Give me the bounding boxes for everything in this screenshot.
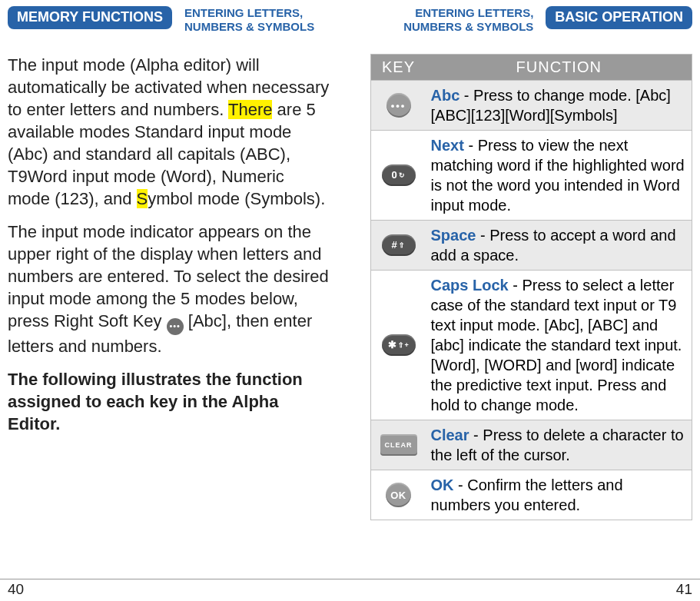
keycap-icon: ••• xyxy=(386,93,411,118)
function-cell: OK - Confirm the letters and numbers you… xyxy=(426,470,692,520)
function-cell: Next - Press to view the next matching w… xyxy=(426,131,692,220)
function-text: - Press to view the next matching word i… xyxy=(431,137,685,214)
keycap-sup-icon: ↻ xyxy=(399,172,406,178)
right-header: ENTERING LETTERS, NUMBERS & SYMBOLS BASI… xyxy=(370,6,693,43)
table-row: OKOK - Confirm the letters and numbers y… xyxy=(371,470,692,520)
key-cell: #⇧ xyxy=(371,221,426,270)
paragraph-3-bold: The following illustrates the function a… xyxy=(8,368,330,435)
table-header: KEY FUNCTION xyxy=(371,55,692,80)
function-cell: Caps Lock - Press to select a letter cas… xyxy=(426,271,692,420)
right-breadcrumb: ENTERING LETTERS, NUMBERS & SYMBOLS xyxy=(403,6,533,34)
col-header-key: KEY xyxy=(371,55,426,80)
keycap-icon: ✱⇧+ xyxy=(382,334,416,356)
function-text: - Press to delete a charac­ter to the le… xyxy=(431,427,684,463)
page-number-left: 40 xyxy=(0,581,24,598)
function-keyword: Next xyxy=(431,137,464,154)
function-keyword: Caps Lock xyxy=(431,277,509,294)
right-column: ENTERING LETTERS, NUMBERS & SYMBOLS BASI… xyxy=(350,0,701,601)
function-keyword: OK xyxy=(431,476,454,493)
function-keyword: Space xyxy=(431,227,476,244)
keycap-icon: 0↻ xyxy=(382,164,416,186)
keycap-icon: OK xyxy=(386,483,411,507)
table-row: 0↻Next - Press to view the next matching… xyxy=(371,130,692,220)
left-section-pill: MEMORY FUNCTIONS xyxy=(8,6,172,29)
key-cell: ✱⇧+ xyxy=(371,271,426,420)
key-function-table: KEY FUNCTION •••Abc - Press to change mo… xyxy=(370,54,693,520)
page-spread: MEMORY FUNCTIONS ENTERING LETTERS, NUMBE… xyxy=(0,0,700,601)
function-keyword: Abc xyxy=(431,87,460,104)
table-row: ✱⇧+Caps Lock - Press to select a letter … xyxy=(371,270,692,420)
table-row: •••Abc - Press to change mode. [Abc][ABC… xyxy=(371,80,692,130)
left-header: MEMORY FUNCTIONS ENTERING LETTERS, NUMBE… xyxy=(8,6,330,43)
left-breadcrumb: ENTERING LETTERS, NUMBERS & SYMBOLS xyxy=(184,6,314,34)
col-header-function: FUNCTION xyxy=(426,55,692,80)
function-text: - Press to change mode. [Abc][ABC][123][… xyxy=(431,87,671,124)
left-body: The input mode (Alpha editor) will autom… xyxy=(8,54,330,446)
function-text: - Confirm the letters and numbers you en… xyxy=(431,476,623,513)
function-text: - Press to select a letter case of the s… xyxy=(431,277,682,413)
page-number-right: 41 xyxy=(676,581,700,598)
highlight: There xyxy=(228,100,272,119)
softkey-dots-icon: ••• xyxy=(167,318,184,335)
keycap-icon: CLEAR xyxy=(380,434,417,456)
table-row: #⇧Space - Press to accept a word and add… xyxy=(371,220,692,270)
highlight: S xyxy=(137,189,148,208)
paragraph-1: The input mode (Alpha editor) will autom… xyxy=(8,54,330,210)
paragraph-2: The input mode indicator appears on the … xyxy=(8,221,330,357)
text: ymbol mode (Symbols). xyxy=(148,189,325,208)
table-body: •••Abc - Press to change mode. [Abc][ABC… xyxy=(371,80,692,520)
function-keyword: Clear xyxy=(431,427,469,443)
key-cell: OK xyxy=(371,470,426,520)
page-footer: 40 41 xyxy=(0,579,700,598)
keycap-icon: #⇧ xyxy=(382,234,416,256)
function-cell: Abc - Press to change mode. [Abc][ABC][1… xyxy=(426,81,692,130)
keycap-sup-icon: ⇧+ xyxy=(398,342,409,348)
keycap-sup-icon: ⇧ xyxy=(399,242,406,248)
key-cell: ••• xyxy=(371,81,426,130)
key-cell: CLEAR xyxy=(371,420,426,470)
table-row: CLEARClear - Press to delete a charac­te… xyxy=(371,420,692,470)
right-section-pill: BASIC OPERATION xyxy=(546,6,692,29)
left-column: MEMORY FUNCTIONS ENTERING LETTERS, NUMBE… xyxy=(0,0,350,601)
function-cell: Clear - Press to delete a charac­ter to … xyxy=(426,420,692,470)
function-cell: Space - Press to accept a word and add a… xyxy=(426,221,692,270)
key-cell: 0↻ xyxy=(371,131,426,220)
